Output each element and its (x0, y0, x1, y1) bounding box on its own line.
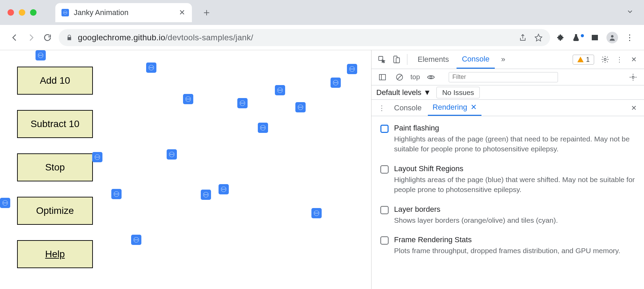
live-expression-icon[interactable] (425, 71, 437, 83)
sprite-icon (92, 152, 102, 162)
content-area: Add 10 Subtract 10 Stop Optimize Help El… (0, 50, 644, 289)
browser-tab[interactable]: Janky Animation ✕ (55, 3, 192, 22)
option-title: Layer borders (394, 205, 558, 214)
option-text: Layer bordersShows layer borders (orange… (394, 205, 558, 225)
console-sidebar-icon[interactable] (376, 71, 389, 83)
option-text: Paint flashingHighlights areas of the pa… (394, 124, 635, 154)
clear-console-icon[interactable] (393, 71, 406, 83)
levels-dropdown[interactable]: Default levels ▼ (376, 88, 431, 97)
sprite-icon (167, 149, 177, 160)
checkbox[interactable] (380, 236, 389, 245)
warn-count: 1 (586, 56, 590, 64)
sprite-icon (219, 184, 229, 194)
sprite-icon (311, 208, 322, 218)
chrome-menu-icon[interactable]: ⋮ (626, 33, 634, 42)
rendering-option[interactable]: Layout Shift RegionsHighlights areas of … (380, 164, 635, 195)
drawer-tab-rendering-label: Rendering (433, 103, 467, 112)
sprite-icon (295, 102, 306, 112)
checkbox[interactable] (380, 165, 389, 174)
sidepanel-icon[interactable] (591, 33, 599, 42)
add-button[interactable]: Add 10 (17, 67, 93, 95)
stop-button[interactable]: Stop (17, 153, 93, 181)
profile-avatar[interactable] (606, 32, 618, 43)
drawer-close-icon[interactable]: ✕ (628, 102, 640, 114)
inspect-icon[interactable] (376, 53, 388, 66)
issues-badge[interactable]: 1 (573, 55, 594, 65)
context-selector[interactable]: top (410, 73, 420, 81)
devtools-menu-icon[interactable]: ⋮ (613, 53, 626, 66)
separator (407, 54, 407, 65)
checkbox[interactable] (380, 125, 389, 133)
sprite-icon (201, 190, 211, 200)
console-settings-icon[interactable] (627, 71, 639, 83)
forward-button[interactable] (26, 32, 36, 43)
optimize-button[interactable]: Optimize (17, 197, 93, 225)
window-controls (8, 9, 37, 16)
new-tab-button[interactable]: ＋ (201, 5, 212, 19)
labs-icon[interactable] (572, 33, 583, 42)
sprite-icon (331, 78, 341, 88)
devtools-panel: Elements Console » 1 ⋮ ✕ top (372, 50, 644, 289)
window-maximize[interactable] (30, 9, 37, 16)
subtract-button[interactable]: Subtract 10 (17, 110, 93, 138)
tabs-overflow[interactable]: » (497, 55, 509, 64)
drawer-menu-icon[interactable]: ⋮ (376, 102, 388, 114)
option-description: Shows layer borders (orange/olive) and t… (394, 215, 558, 225)
drawer-tab-console[interactable]: Console (389, 100, 426, 116)
drawer-tab-rendering[interactable]: Rendering ✕ (428, 100, 482, 116)
browser-chrome: Janky Animation ✕ ＋ googlechrome.github.… (0, 0, 644, 50)
tab-title: Janky Animation (74, 8, 128, 17)
sprite-icon (258, 123, 268, 133)
rendering-option[interactable]: Layer bordersShows layer borders (orange… (380, 205, 635, 225)
console-filter-input[interactable] (449, 72, 558, 82)
settings-icon[interactable] (599, 53, 611, 66)
address-bar[interactable]: googlechrome.github.io/devtools-samples/… (59, 29, 550, 46)
drawer-tab-close-icon[interactable]: ✕ (471, 103, 477, 112)
page-viewport: Add 10 Subtract 10 Stop Optimize Help (0, 50, 372, 289)
window-minimize[interactable] (19, 9, 25, 16)
sprite-icon (146, 63, 156, 73)
option-title: Layout Shift Regions (394, 164, 635, 173)
drawer-tabbar: ⋮ Console Rendering ✕ ✕ (372, 100, 644, 116)
checkbox[interactable] (380, 206, 389, 214)
svg-point-1 (611, 35, 613, 37)
device-toolbar-icon[interactable] (390, 53, 402, 66)
extensions-icon[interactable] (556, 33, 564, 42)
reload-button[interactable] (42, 32, 53, 43)
option-text: Layout Shift RegionsHighlights areas of … (394, 164, 635, 195)
sprite-icon (131, 235, 141, 245)
bookmark-icon[interactable] (534, 33, 543, 42)
svg-point-26 (632, 76, 634, 78)
sprite-icon (111, 189, 122, 199)
devtools-close-icon[interactable]: ✕ (628, 53, 640, 66)
labs-dot-icon (581, 34, 584, 37)
url-text: googlechrome.github.io/devtools-samples/… (78, 33, 253, 42)
sprite-icon (36, 50, 46, 60)
svg-point-25 (430, 76, 432, 78)
lock-icon (66, 34, 72, 41)
tabstrip-menu-icon[interactable] (626, 8, 634, 17)
devtools-tabbar: Elements Console » 1 ⋮ ✕ (372, 50, 644, 69)
window-close[interactable] (8, 9, 14, 16)
option-title: Frame Rendering Stats (394, 235, 620, 244)
svg-rect-23 (379, 74, 386, 80)
no-issues-badge[interactable]: No Issues (436, 87, 480, 98)
rendering-option[interactable]: Frame Rendering StatsPlots frame through… (380, 235, 635, 256)
help-button[interactable]: Help (17, 240, 93, 268)
rendering-options: Paint flashingHighlights areas of the pa… (372, 116, 644, 289)
tab-console[interactable]: Console (457, 50, 495, 69)
url-host: googlechrome.github.io (78, 33, 165, 42)
tab-close-icon[interactable]: ✕ (178, 7, 186, 18)
option-description: Plots frame throughput, dropped frames d… (394, 246, 620, 256)
share-icon[interactable] (519, 33, 527, 42)
console-controls: top (372, 69, 644, 85)
toolbar: googlechrome.github.io/devtools-samples/… (0, 25, 644, 50)
option-title: Paint flashing (394, 124, 635, 133)
option-text: Frame Rendering StatsPlots frame through… (394, 235, 620, 256)
rendering-option[interactable]: Paint flashingHighlights areas of the pa… (380, 124, 635, 154)
favicon-icon (61, 9, 69, 16)
url-path: /devtools-samples/jank/ (165, 33, 253, 42)
tab-elements[interactable]: Elements (412, 50, 454, 69)
back-button[interactable] (10, 32, 20, 43)
sprite-icon (183, 94, 193, 104)
